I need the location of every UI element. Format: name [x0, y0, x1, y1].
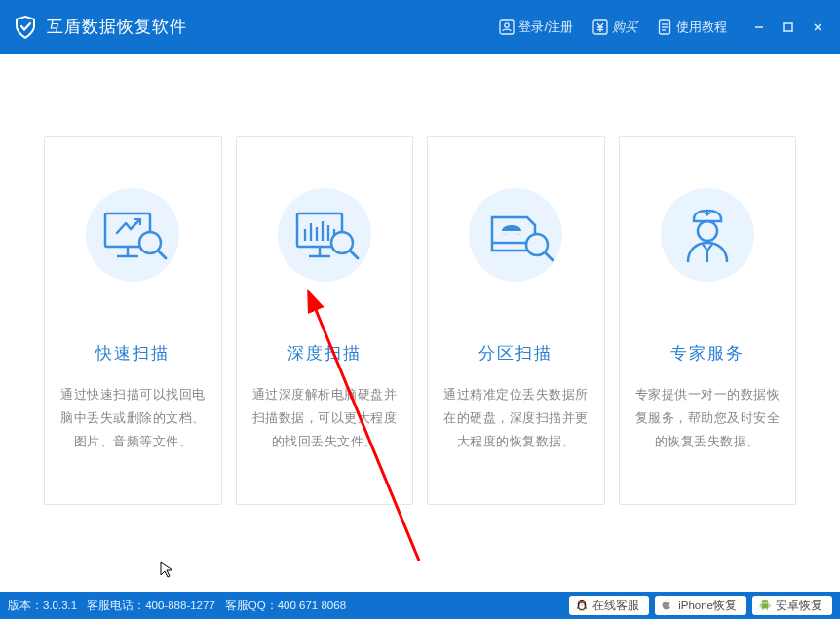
version-text: 版本：3.0.3.1 [8, 599, 77, 613]
footer-info: 版本：3.0.3.1 客服电话：400-888-1277 客服QQ：400 67… [8, 599, 346, 613]
card-desc: 通过快速扫描可以找回电脑中丢失或删除的文档、图片、音频等文件。 [58, 384, 208, 453]
quick-scan-icon [84, 186, 181, 284]
svg-point-41 [580, 603, 581, 604]
svg-point-44 [579, 609, 582, 610]
main-content: 快速扫描 通过快速扫描可以找回电脑中丢失或删除的文档、图片、音频等文件。 深度扫… [0, 54, 840, 505]
card-quick-scan[interactable]: 快速扫描 通过快速扫描可以找回电脑中丢失或删除的文档、图片、音频等文件。 [44, 136, 222, 505]
deep-scan-icon [276, 186, 373, 284]
apple-icon [661, 599, 674, 612]
android-recovery-label: 安卓恢复 [776, 599, 822, 613]
card-title: 分区扫描 [478, 342, 553, 365]
yuan-icon [592, 19, 608, 35]
svg-point-43 [581, 604, 584, 605]
partition-scan-icon [467, 186, 564, 284]
card-desc: 通过深度解析电脑硬盘并扫描数据，可以更大程度的找回丢失文件。 [250, 384, 400, 453]
app-logo: 互盾数据恢复软件 [12, 14, 187, 41]
buy-button[interactable]: 购买 [587, 15, 643, 40]
app-title: 互盾数据恢复软件 [47, 16, 187, 38]
svg-point-15 [278, 188, 371, 282]
buy-label: 购买 [612, 19, 637, 36]
card-desc: 通过精准定位丢失数据所在的硬盘，深度扫描并更大程度的恢复数据。 [441, 384, 591, 453]
user-icon [499, 19, 515, 35]
svg-point-27 [469, 188, 562, 282]
footer-buttons: 在线客服 iPhone恢复 安卓恢复 [569, 596, 832, 615]
doc-icon [657, 19, 672, 35]
login-button[interactable]: 登录/注册 [493, 15, 579, 40]
svg-point-31 [661, 188, 754, 282]
svg-rect-8 [784, 23, 792, 31]
status-bar: 版本：3.0.3.1 客服电话：400-888-1277 客服QQ：400 67… [0, 592, 840, 619]
tutorial-label: 使用教程 [676, 19, 727, 36]
title-bar: 互盾数据恢复软件 登录/注册 购买 使用教程 [0, 0, 840, 54]
shield-icon [12, 14, 39, 41]
svg-point-45 [583, 609, 586, 610]
card-title: 专家服务 [670, 342, 745, 365]
android-recovery-button[interactable]: 安卓恢复 [752, 596, 832, 615]
expert-service-icon [659, 186, 756, 284]
card-title: 快速扫描 [95, 342, 170, 365]
card-desc: 专家提供一对一的数据恢复服务，帮助您及时安全的恢复丢失数据。 [633, 384, 783, 453]
online-service-label: 在线客服 [592, 599, 639, 613]
cursor-icon [159, 561, 176, 578]
tutorial-button[interactable]: 使用教程 [651, 15, 733, 40]
window-controls [745, 16, 832, 39]
login-label: 登录/注册 [518, 19, 573, 36]
card-partition-scan[interactable]: 分区扫描 通过精准定位丢失数据所在的硬盘，深度扫描并更大程度的恢复数据。 [427, 136, 605, 505]
card-expert-service[interactable]: 专家服务 专家提供一对一的数据恢复服务，帮助您及时安全的恢复丢失数据。 [619, 136, 797, 505]
close-button[interactable] [803, 16, 832, 39]
iphone-recovery-button[interactable]: iPhone恢复 [655, 596, 746, 615]
minimize-button[interactable] [745, 16, 774, 39]
phone-text: 客服电话：400-888-1277 [87, 599, 215, 613]
android-icon [758, 599, 772, 612]
card-title: 深度扫描 [287, 342, 362, 365]
online-service-button[interactable]: 在线客服 [569, 596, 649, 615]
svg-point-42 [583, 603, 584, 604]
maximize-button[interactable] [774, 16, 803, 39]
header-actions: 登录/注册 购买 使用教程 [493, 15, 840, 40]
iphone-recovery-label: iPhone恢复 [678, 599, 737, 613]
qq-penguin-icon [575, 599, 589, 612]
card-deep-scan[interactable]: 深度扫描 通过深度解析电脑硬盘并扫描数据，可以更大程度的找回丢失文件。 [236, 136, 414, 505]
svg-point-9 [86, 188, 179, 282]
qq-text: 客服QQ：400 671 8068 [225, 599, 346, 613]
svg-point-1 [505, 22, 509, 26]
